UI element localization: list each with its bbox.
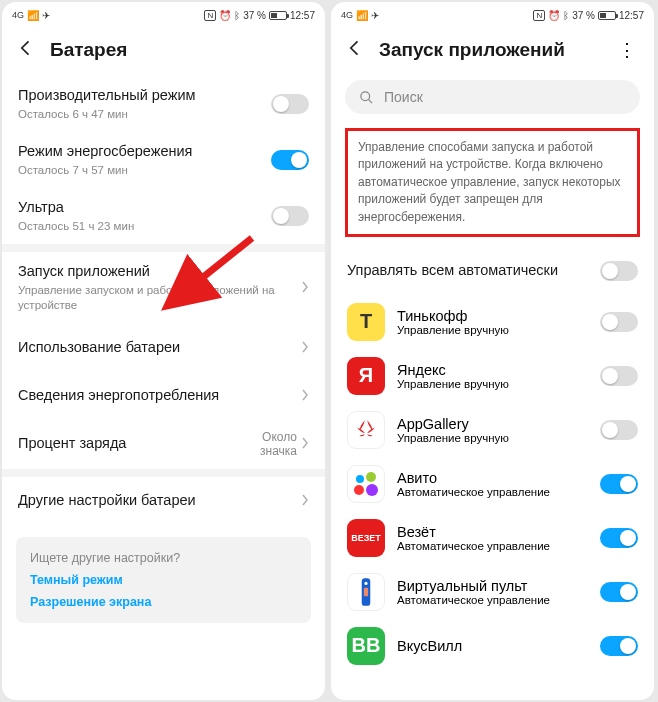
app-row[interactable]: ТТинькоффУправление вручную <box>331 295 654 349</box>
app-name: Тинькофф <box>397 308 600 324</box>
manage-all-title: Управлять всем автоматически <box>347 261 600 281</box>
search-input[interactable]: Поиск <box>345 80 640 114</box>
save-toggle[interactable] <box>271 150 309 170</box>
svg-point-3 <box>354 485 364 495</box>
search-placeholder: Поиск <box>384 89 423 105</box>
pct-title: Процент заряда <box>18 434 247 454</box>
row-battery-usage[interactable]: Использование батареи <box>2 324 325 372</box>
row-ultra[interactable]: Ультра Осталось 51 ч 23 мин <box>2 188 325 244</box>
svg-rect-7 <box>364 588 368 597</box>
app-icon: ВВ <box>347 627 385 665</box>
app-name: ВкусВилл <box>397 638 600 654</box>
tips-link-resolution[interactable]: Разрешение экрана <box>30 595 297 609</box>
app-row[interactable]: AppGalleryУправление вручную <box>331 403 654 457</box>
screen-battery: 4G 📶 ✈ N ⏰ ᛒ 37 % 12:57 Батарея Производ… <box>2 2 325 700</box>
svg-point-1 <box>356 475 364 483</box>
screen-app-launch: 4G 📶 ✈ N ⏰ ᛒ 37 % 12:57 Запуск приложени… <box>331 2 654 700</box>
nfc-icon: N <box>204 10 216 21</box>
app-icon: ВЕЗЕТ <box>347 519 385 557</box>
back-icon[interactable] <box>16 38 36 62</box>
telegram-icon: ✈ <box>42 10 50 21</box>
menu-icon[interactable]: ⋮ <box>614 39 640 61</box>
page-title: Батарея <box>50 39 127 61</box>
app-sub: Управление вручную <box>397 324 600 336</box>
pct-value: Около значка <box>247 430 297 459</box>
chevron-right-icon <box>301 435 309 453</box>
app-toggle[interactable] <box>600 312 638 332</box>
app-sub: Управление вручную <box>397 432 600 444</box>
bluetooth-icon: ᛒ <box>234 10 240 21</box>
app-toggle[interactable] <box>600 582 638 602</box>
app-list: ТТинькоффУправление вручнуюЯЯндексУправл… <box>331 295 654 673</box>
status-bar: 4G 📶 ✈ N ⏰ ᛒ 37 % 12:57 <box>2 2 325 28</box>
ultra-sub: Осталось 51 ч 23 мин <box>18 219 271 235</box>
nfc-icon: N <box>533 10 545 21</box>
app-name: Виртуальный пульт <box>397 578 600 594</box>
app-row[interactable]: АвитоАвтоматическое управление <box>331 457 654 511</box>
details-title: Сведения энергопотребления <box>18 386 301 406</box>
svg-point-4 <box>366 484 378 496</box>
divider <box>2 244 325 252</box>
tips-link-dark-mode[interactable]: Темный режим <box>30 573 297 587</box>
app-row[interactable]: ВВВкусВилл <box>331 619 654 673</box>
wifi-icon: 📶 <box>27 10 39 21</box>
clock: 12:57 <box>290 10 315 21</box>
app-toggle[interactable] <box>600 366 638 386</box>
row-power-save[interactable]: Режим энергосбережения Осталось 7 ч 57 м… <box>2 132 325 188</box>
other-title: Другие настройки батареи <box>18 491 301 511</box>
perf-sub: Осталось 6 ч 47 мин <box>18 107 271 123</box>
header: Батарея <box>2 28 325 76</box>
app-row[interactable]: ВЕЗЕТВезётАвтоматическое управление <box>331 511 654 565</box>
row-power-details[interactable]: Сведения энергопотребления <box>2 372 325 420</box>
app-row[interactable]: ЯЯндексУправление вручную <box>331 349 654 403</box>
status-bar: 4G 📶 ✈ N ⏰ ᛒ 37 % 12:57 <box>331 2 654 28</box>
svg-point-6 <box>364 582 367 585</box>
battery-pct: 37 % <box>572 10 595 21</box>
signal-icon: 4G <box>12 10 24 20</box>
battery-pct: 37 % <box>243 10 266 21</box>
row-app-launch[interactable]: Запуск приложений Управление запуском и … <box>2 252 325 324</box>
clock: 12:57 <box>619 10 644 21</box>
app-toggle[interactable] <box>600 474 638 494</box>
app-name: Яндекс <box>397 362 600 378</box>
row-battery-percent[interactable]: Процент заряда Около значка <box>2 420 325 469</box>
save-title: Режим энергосбережения <box>18 142 271 162</box>
launch-title: Запуск приложений <box>18 262 301 282</box>
app-row[interactable]: Виртуальный пультАвтоматическое управлен… <box>331 565 654 619</box>
perf-toggle[interactable] <box>271 94 309 114</box>
divider <box>2 469 325 477</box>
app-sub: Автоматическое управление <box>397 540 600 552</box>
manage-all-toggle[interactable] <box>600 261 638 281</box>
app-icon: Т <box>347 303 385 341</box>
app-icon <box>347 465 385 503</box>
app-toggle[interactable] <box>600 420 638 440</box>
svg-point-2 <box>366 472 376 482</box>
alarm-icon: ⏰ <box>548 10 560 21</box>
battery-icon <box>269 11 287 20</box>
row-other-settings[interactable]: Другие настройки батареи <box>2 477 325 525</box>
app-toggle[interactable] <box>600 636 638 656</box>
row-performance-mode[interactable]: Производительный режим Осталось 6 ч 47 м… <box>2 76 325 132</box>
telegram-icon: ✈ <box>371 10 379 21</box>
search-icon <box>359 90 374 105</box>
ultra-toggle[interactable] <box>271 206 309 226</box>
app-sub: Автоматическое управление <box>397 594 600 606</box>
row-manage-all[interactable]: Управлять всем автоматически <box>331 247 654 295</box>
back-icon[interactable] <box>345 38 365 62</box>
signal-icon: 4G <box>341 10 353 20</box>
chevron-right-icon <box>301 339 309 357</box>
wifi-icon: 📶 <box>356 10 368 21</box>
app-sub: Управление вручную <box>397 378 600 390</box>
app-name: Авито <box>397 470 600 486</box>
alarm-icon: ⏰ <box>219 10 231 21</box>
app-icon <box>347 573 385 611</box>
app-name: AppGallery <box>397 416 600 432</box>
app-toggle[interactable] <box>600 528 638 548</box>
launch-sub: Управление запуском и работой приложений… <box>18 283 301 314</box>
bluetooth-icon: ᛒ <box>563 10 569 21</box>
chevron-right-icon <box>301 492 309 510</box>
ultra-title: Ультра <box>18 198 271 218</box>
battery-icon <box>598 11 616 20</box>
app-name: Везёт <box>397 524 600 540</box>
save-sub: Осталось 7 ч 57 мин <box>18 163 271 179</box>
